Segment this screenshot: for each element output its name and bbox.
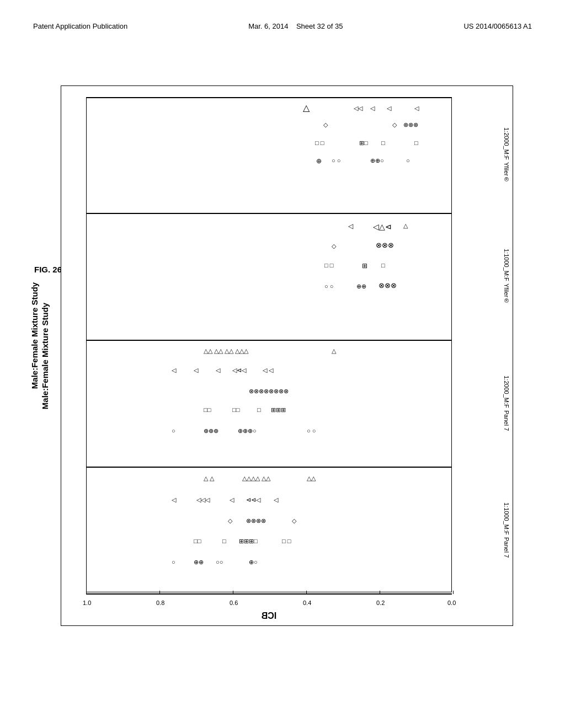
- s4-r2-sym4: ⊲⊲◁: [246, 497, 260, 503]
- s1-r1-sym5: ◁: [414, 105, 419, 111]
- s3-r4-sym1: □□: [204, 407, 211, 413]
- s4-r1-sym2: △△△△ △△: [242, 475, 270, 481]
- s4-r2-sym2: ◁◁◁: [196, 497, 210, 503]
- s4-r4-sym1: □□: [194, 538, 201, 544]
- s2-r3-sym2: ⊞: [362, 263, 367, 269]
- s2-r2-sym1: ◇: [332, 243, 336, 249]
- s1-r3-sym4: □: [414, 140, 418, 146]
- s4-r1-sym1: △ △: [204, 475, 214, 481]
- divider-bottom: [86, 593, 452, 595]
- s3-r2-sym5: ◁ ◁: [263, 367, 273, 373]
- x-tick-0.4: 0.4: [303, 599, 311, 606]
- s1-r4-sym3: ⊕⊕○: [370, 158, 384, 164]
- s1-r2-sym3: ⊗⊗⊗: [403, 122, 418, 128]
- s3-r4-sym2: □□: [232, 407, 239, 413]
- page-header: Patent Application Publication Mar. 6, 2…: [33, 22, 532, 30]
- y-axis-label: Male:Female Mixture Study: [41, 302, 50, 409]
- s4-r4-sym2: □: [222, 538, 226, 544]
- header-date: Mar. 6, 2014 Sheet 32 of 35: [248, 22, 343, 30]
- s1-r3-sym2: ⊞□: [359, 140, 368, 146]
- s3-r5-sym3: ⊕⊕⊕○: [238, 428, 257, 434]
- x-tick-1.0: 1.0: [83, 599, 91, 606]
- s4-r4-sym3: ⊞⊞⊞□: [239, 538, 258, 544]
- s4-r5-sym2: ⊕⊕: [194, 559, 204, 565]
- s3-r5-sym2: ⊕⊕⊕: [204, 428, 218, 434]
- s4-r5-sym3: ○○: [216, 559, 223, 565]
- s2-r2-sym2: ⊗⊗⊗: [376, 242, 394, 249]
- tick-mark-5: [380, 591, 380, 594]
- s4-r2-sym5: ◁: [274, 497, 278, 503]
- tick-mark-4: [306, 591, 307, 594]
- divider-1: [86, 97, 452, 98]
- y-axis-label-container: Male:Female Mixture Study: [34, 85, 56, 626]
- s1-r1-sym2: ◁◁: [354, 105, 363, 111]
- divider-3: [86, 340, 452, 341]
- tick-mark-1: [86, 591, 87, 594]
- section-4-label: 1:1000_M:F Panel 7: [503, 467, 510, 593]
- s3-r4-sym3: □: [257, 407, 261, 413]
- s2-r1-sym2: ◁△⊲: [373, 223, 392, 231]
- s1-r3-sym3: □: [381, 140, 385, 146]
- s2-r4-sym2: ⊕⊕: [356, 283, 366, 290]
- s2-r1-sym1: ◁: [348, 223, 353, 229]
- s1-r4-sym2: ○ ○: [332, 158, 340, 164]
- s4-r2-sym3: ◁: [230, 497, 234, 503]
- s1-r4-sym1: ⊕: [316, 158, 322, 164]
- s1-r2-sym2: ◇: [392, 122, 397, 128]
- s1-r1-sym3: ◁: [370, 105, 375, 111]
- s4-r3-sym1: ◇: [228, 518, 232, 524]
- tick-mark-3: [233, 591, 233, 594]
- s4-r2-sym1: ◁: [172, 497, 176, 503]
- section-3-label: 1:2000_M:F Panel 7: [503, 340, 510, 467]
- section-2-label: 1:1000_M:F Yfiler®: [503, 213, 510, 340]
- s2-r4-sym3: ⊗⊗⊗: [379, 282, 397, 289]
- page: Patent Application Publication Mar. 6, 2…: [0, 0, 565, 728]
- s1-r4-sym4: ○: [406, 158, 410, 164]
- s1-r1-sym4: ◁: [387, 105, 391, 111]
- s3-r1-sym1: △△ △△ △△ △△△: [204, 348, 248, 354]
- header-left: Patent Application Publication: [33, 22, 127, 30]
- plot-border: [86, 97, 452, 592]
- s2-r1-sym3: △: [403, 223, 408, 229]
- x-tick-0.6: 0.6: [230, 599, 238, 606]
- header-right: US 2014/0065613 A1: [463, 22, 532, 30]
- s4-r5-sym4: ⊕○: [249, 559, 258, 565]
- s1-r3-sym1: □ □: [315, 140, 324, 146]
- s4-r5-sym1: ○: [172, 559, 175, 565]
- s4-r3-sym3: ◇: [292, 518, 296, 524]
- s3-r2-sym1: ◁: [172, 367, 176, 373]
- tick-mark-6: [453, 591, 454, 594]
- tick-mark-2: [159, 591, 160, 594]
- chart-area: 1:2000_M:F Yfiler® 1:1000_M:F Yfiler® 1:…: [61, 85, 513, 626]
- s4-r4-sym4: □ □: [282, 538, 291, 544]
- s1-r2-sym1: ◇: [323, 122, 328, 128]
- s3-r2-sym4: ◁⊲◁: [232, 367, 246, 373]
- s2-r4-sym1: ○ ○: [324, 283, 333, 290]
- divider-2: [86, 213, 452, 214]
- s4-r3-sym2: ⊗⊗⊗⊗: [246, 518, 266, 524]
- s4-r1-sym3: △△: [307, 475, 316, 481]
- s3-r1-sym2: △: [332, 348, 336, 354]
- x-tick-0.8: 0.8: [156, 599, 164, 606]
- s3-r5-sym1: ○: [172, 428, 175, 434]
- x-axis-label: ICB: [86, 611, 452, 621]
- s3-r4-sym4: ⊞⊞⊞: [271, 407, 286, 413]
- s1-r1-sym1: △: [303, 104, 310, 113]
- s3-r2-sym3: ◁: [216, 367, 220, 373]
- x-tick-0.2: 0.2: [376, 599, 385, 606]
- section-1-label: 1:2000_M:F Yfiler®: [503, 97, 510, 213]
- s2-r3-sym3: □: [381, 263, 385, 269]
- s3-r5-sym4: ○ ○: [307, 428, 316, 434]
- s2-r3-sym1: □ □: [324, 263, 333, 269]
- s3-r2-sym2: ◁: [194, 367, 198, 373]
- divider-4: [86, 467, 452, 468]
- x-tick-0.0: 0.0: [447, 599, 456, 606]
- s3-r3-sym1: ⊗⊗⊗⊗⊗⊗⊗⊗: [249, 388, 289, 394]
